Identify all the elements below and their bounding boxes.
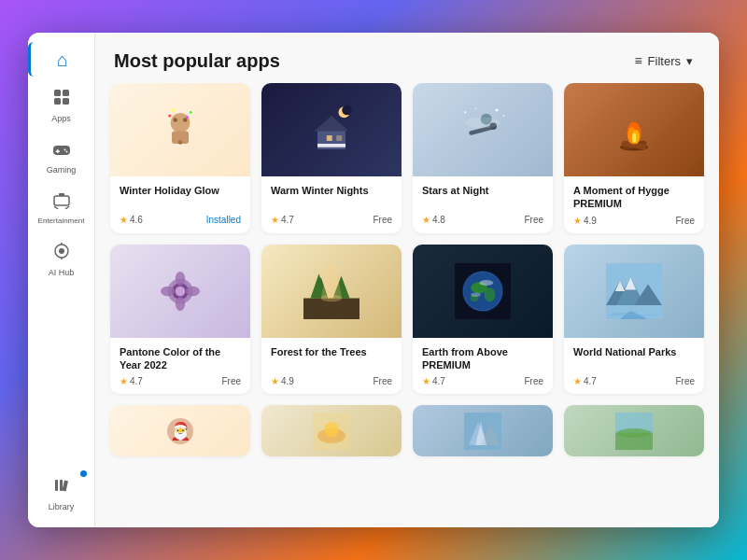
app-thumb-4 — [110, 245, 250, 338]
svg-rect-34 — [336, 135, 342, 141]
star-icon-3: ★ — [573, 216, 582, 226]
app-card-5[interactable]: Forest for the Trees ★ 4.9 Free — [261, 245, 402, 395]
app-thumb-0 — [110, 83, 250, 176]
app-info-0: Winter Holiday Glow ★ 4.6 Installed — [110, 176, 250, 232]
svg-marker-29 — [314, 116, 349, 132]
app-meta-1: ★ 4.7 Free — [271, 215, 392, 225]
app-rating-3: ★ 4.9 — [573, 216, 597, 226]
app-rating-4: ★ 4.7 — [120, 376, 143, 386]
app-name-2: Stars at Night — [422, 184, 543, 210]
star-icon-5: ★ — [271, 376, 279, 386]
svg-point-56 — [176, 286, 186, 296]
svg-text:🎅: 🎅 — [170, 421, 191, 441]
partial-card-1[interactable] — [261, 405, 402, 456]
app-info-4: Pantone Color of the Year 2022 ★ 4.7 Fre… — [110, 338, 250, 395]
apps-grid: Winter Holiday Glow ★ 4.6 Installed — [110, 83, 704, 456]
svg-point-38 — [464, 111, 466, 113]
app-window: ⌂ Apps — [28, 33, 719, 527]
app-rating-6: ★ 4.7 — [422, 376, 445, 386]
app-name-7: World National Parks — [573, 345, 695, 371]
app-info-1: Warm Winter Nights ★ 4.7 Free — [261, 176, 402, 232]
app-thumb-2 — [413, 83, 553, 176]
entertainment-icon — [53, 192, 70, 214]
svg-rect-10 — [59, 193, 64, 196]
svg-rect-1 — [63, 90, 69, 96]
svg-rect-9 — [54, 196, 69, 205]
app-info-6: Earth from Above PREMIUM ★ 4.7 Free — [413, 338, 553, 395]
svg-point-40 — [496, 109, 499, 112]
gaming-icon — [52, 141, 71, 162]
app-name-1: Warm Winter Nights — [271, 184, 392, 210]
svg-point-23 — [178, 140, 183, 145]
sidebar-item-entertainment[interactable]: Entertainment — [28, 185, 94, 231]
svg-point-21 — [174, 118, 178, 122]
app-info-5: Forest for the Trees ★ 4.9 Free — [261, 338, 402, 394]
svg-point-31 — [342, 105, 352, 116]
app-meta-7: ★ 4.7 Free — [573, 376, 695, 386]
app-card-1[interactable]: Warm Winter Nights ★ 4.7 Free — [261, 83, 402, 233]
app-card-7[interactable]: World National Parks ★ 4.7 Free — [564, 245, 704, 395]
partial-card-2[interactable] — [413, 405, 553, 456]
svg-rect-3 — [63, 98, 69, 105]
sidebar-item-ai-hub[interactable]: AI Hub — [28, 234, 94, 284]
star-icon-1: ★ — [271, 215, 279, 225]
app-card-4[interactable]: Pantone Color of the Year 2022 ★ 4.7 Fre… — [110, 245, 250, 395]
svg-point-24 — [168, 115, 171, 118]
svg-point-53 — [176, 297, 186, 311]
app-thumb-5 — [261, 245, 402, 338]
app-name-4: Pantone Color of the Year 2022 — [120, 345, 241, 372]
svg-point-27 — [186, 116, 189, 119]
svg-point-70 — [471, 292, 481, 297]
partial-thumb-3 — [564, 405, 704, 456]
svg-rect-33 — [327, 135, 332, 141]
app-card-0[interactable]: Winter Holiday Glow ★ 4.6 Installed — [110, 83, 250, 233]
app-info-3: A Moment of Hygge PREMIUM ★ 4.9 Free — [564, 176, 704, 233]
app-badge-5: Free — [373, 376, 392, 386]
app-card-6[interactable]: Earth from Above PREMIUM ★ 4.7 Free — [413, 245, 553, 395]
svg-point-22 — [183, 118, 188, 122]
star-icon-7: ★ — [573, 376, 582, 386]
app-name-3: A Moment of Hygge PREMIUM — [573, 184, 695, 211]
app-thumb-6 — [413, 245, 553, 338]
app-meta-3: ★ 4.9 Free — [573, 216, 695, 226]
partial-card-0[interactable]: 🎅 — [110, 405, 250, 456]
svg-point-8 — [65, 150, 67, 152]
app-card-3[interactable]: A Moment of Hygge PREMIUM ★ 4.9 Free — [564, 83, 704, 233]
home-icon: ⌂ — [57, 49, 68, 71]
svg-point-39 — [475, 108, 477, 110]
app-name-0: Winter Holiday Glow — [120, 184, 241, 210]
svg-rect-6 — [55, 150, 60, 152]
app-badge-2: Free — [524, 215, 543, 225]
app-thumb-3 — [564, 83, 704, 176]
sidebar-item-apps[interactable]: Apps — [28, 80, 94, 130]
svg-point-89 — [617, 428, 651, 438]
app-card-2[interactable]: Stars at Night ★ 4.8 Free — [413, 83, 553, 233]
svg-point-82 — [324, 422, 339, 437]
apps-grid-container[interactable]: Winter Holiday Glow ★ 4.6 Installed — [95, 83, 719, 527]
svg-point-54 — [161, 286, 175, 296]
partial-card-3[interactable] — [564, 405, 704, 456]
app-badge-0: Installed — [206, 215, 241, 225]
star-icon-6: ★ — [422, 376, 430, 386]
star-icon-0: ★ — [120, 215, 128, 225]
svg-rect-2 — [54, 98, 61, 105]
sidebar-gaming-label: Gaming — [47, 165, 77, 175]
svg-rect-17 — [55, 480, 58, 491]
svg-point-55 — [186, 286, 200, 296]
svg-line-11 — [54, 206, 58, 209]
svg-rect-32 — [317, 144, 345, 147]
svg-point-67 — [485, 287, 496, 301]
sidebar-item-gaming[interactable]: Gaming — [28, 133, 94, 181]
filter-icon: ≡ — [634, 53, 641, 68]
app-name-5: Forest for the Trees — [271, 345, 392, 371]
app-badge-7: Free — [675, 376, 695, 386]
svg-rect-18 — [60, 480, 63, 491]
sidebar-item-home[interactable]: ⌂ — [28, 42, 94, 77]
app-meta-4: ★ 4.7 Free — [120, 376, 241, 386]
main-content: Most popular apps ≡ Filters ▾ — [95, 33, 719, 527]
filters-button[interactable]: ≡ Filters ▾ — [627, 49, 700, 72]
sidebar-item-library[interactable]: Library — [28, 469, 94, 518]
partial-thumb-0: 🎅 — [110, 405, 250, 456]
app-badge-6: Free — [524, 376, 543, 386]
header: Most popular apps ≡ Filters ▾ — [95, 33, 719, 83]
